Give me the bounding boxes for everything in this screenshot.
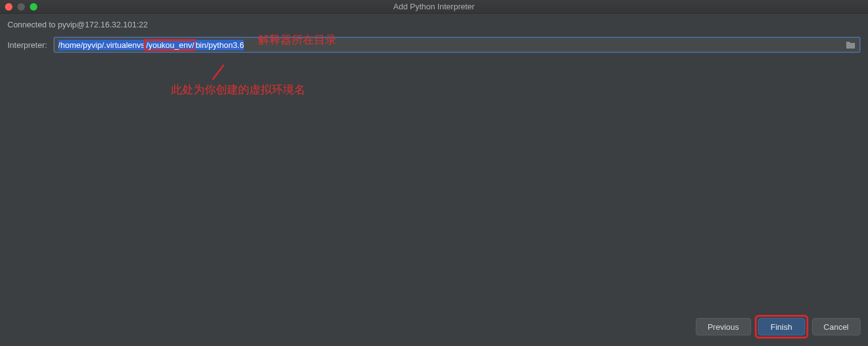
interpreter-label: Interpreter: bbox=[7, 40, 47, 50]
connected-status: Connected to pyvip@172.16.32.101:22 bbox=[7, 20, 861, 29]
dialog-button-bar: Previous Finish Cancel bbox=[696, 315, 861, 339]
minimize-icon bbox=[17, 3, 25, 11]
folder-icon bbox=[846, 40, 856, 49]
annotation-directory: 解释器所在目录 bbox=[258, 32, 336, 47]
browse-button[interactable] bbox=[846, 40, 856, 49]
annotation-env-name: 此处为你创建的虚拟环境名 bbox=[171, 82, 305, 97]
path-segment-post: bin/python3.6 bbox=[195, 40, 244, 50]
path-segment-pre: /home/pyvip/.virtualenvs bbox=[58, 40, 145, 50]
annotation-arrow-icon bbox=[210, 65, 229, 83]
previous-button[interactable]: Previous bbox=[696, 318, 751, 335]
titlebar: Add Python Interpreter bbox=[0, 0, 868, 14]
finish-button-highlight: Finish bbox=[755, 315, 808, 339]
finish-button[interactable]: Finish bbox=[758, 318, 805, 335]
interpreter-path-text: /home/pyvip/.virtualenvs/youkou_env/bin/… bbox=[58, 38, 841, 52]
window-title: Add Python Interpreter bbox=[394, 2, 475, 11]
svg-line-0 bbox=[213, 65, 224, 80]
close-icon[interactable] bbox=[5, 3, 12, 11]
maximize-icon[interactable] bbox=[30, 3, 37, 11]
interpreter-path-field[interactable]: /home/pyvip/.virtualenvs/youkou_env/bin/… bbox=[53, 37, 861, 53]
window-controls bbox=[5, 3, 37, 11]
interpreter-row: Interpreter: /home/pyvip/.virtualenvs/yo… bbox=[7, 37, 861, 53]
cancel-button[interactable]: Cancel bbox=[812, 318, 861, 335]
dialog-content: Connected to pyvip@172.16.32.101:22 Inte… bbox=[0, 14, 868, 59]
path-segment-env: /youkou_env/ bbox=[144, 39, 196, 51]
